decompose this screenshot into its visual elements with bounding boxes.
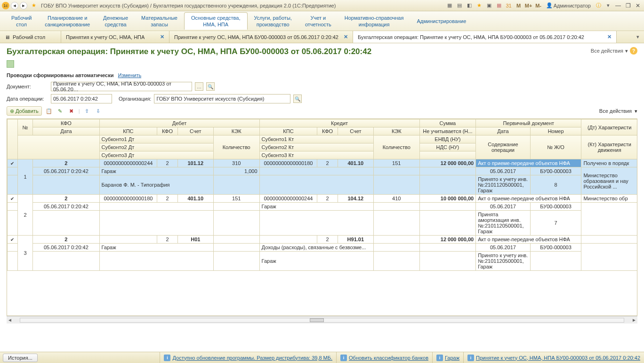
dropdown-icon[interactable]: ▾ bbox=[635, 108, 637, 114]
scroll-left-icon[interactable]: ◄ bbox=[7, 317, 13, 323]
memory-m-button[interactable]: М bbox=[515, 1, 523, 10]
info-icon[interactable]: ⓘ bbox=[594, 1, 603, 10]
maximize-button[interactable]: ❐ bbox=[624, 1, 632, 10]
nav-back-button[interactable]: ◄ bbox=[11, 2, 18, 9]
dropdown-icon[interactable]: ▾ bbox=[625, 48, 628, 54]
tab-3[interactable]: Бухгалтерская операция: Принятие к учету… bbox=[353, 31, 617, 43]
history-button[interactable]: История... bbox=[3, 354, 38, 362]
delete-icon[interactable]: ✖ bbox=[67, 107, 76, 115]
change-link[interactable]: Изменить bbox=[118, 72, 142, 78]
tool-icon-3[interactable]: ◧ bbox=[465, 1, 474, 10]
scroll-track[interactable] bbox=[20, 318, 624, 323]
favorite-icon[interactable]: ★ bbox=[32, 2, 36, 8]
copy-icon[interactable]: 📋 bbox=[45, 107, 53, 115]
info-icon: i bbox=[436, 355, 443, 361]
main-menu: РабочийстолПланирование исанкционировани… bbox=[0, 11, 644, 31]
menu-item-2[interactable]: Денежныесредства bbox=[97, 13, 135, 30]
minimize-button[interactable]: — bbox=[614, 1, 622, 10]
document-tabs: 🖥Рабочий столПринятия к учету ОС, НМА, Н… bbox=[0, 31, 644, 43]
org-label: Организация: bbox=[119, 96, 151, 102]
report-icon[interactable] bbox=[7, 60, 14, 68]
move-up-icon[interactable]: ⇧ bbox=[82, 107, 91, 115]
tool-icon-2[interactable]: ▤ bbox=[455, 1, 464, 10]
table-row[interactable]: 1 2 000000000000002442101.12310 00000000… bbox=[8, 159, 638, 167]
menu-item-8[interactable]: Администрирование bbox=[410, 16, 473, 26]
star-icon[interactable]: ★ bbox=[475, 1, 483, 10]
org-value: ГОБУ ВПО Университет искусств (Субсидия) bbox=[156, 96, 264, 102]
table-row[interactable]: 05.06.2017 0:20:42 Гараж1,000 05.06.2017… bbox=[8, 167, 638, 175]
add-label: Добавить bbox=[16, 108, 39, 114]
status-update-link[interactable]: Доступно обновление программы. Размер ди… bbox=[172, 355, 332, 361]
tab-close-icon[interactable]: ✕ bbox=[607, 34, 612, 40]
grid-toolbar: ⊕ Добавить 📋 ✎ ✖ | ⇧ ⇩ Все действия ▾ bbox=[7, 106, 637, 116]
close-button[interactable]: ✕ bbox=[634, 1, 642, 10]
scroll-thumb[interactable] bbox=[310, 318, 324, 322]
menu-item-5[interactable]: Услуги, работы,производство bbox=[248, 13, 298, 30]
menu-item-1[interactable]: Планирование исанкционирование bbox=[38, 13, 97, 30]
auto-generated-message: Проводки сформированы автоматически Изме… bbox=[7, 72, 637, 78]
info-icon: i bbox=[467, 355, 474, 361]
titlebar: 1c ◄ ► ★ ГОБУ ВПО Университет искусств (… bbox=[0, 0, 644, 11]
app-logo-icon: 1c bbox=[2, 2, 9, 9]
menu-item-7[interactable]: Нормативно-справочнаяинформация bbox=[338, 13, 411, 30]
document-label: Документ: bbox=[7, 84, 48, 89]
status-garage-link[interactable]: Гараж bbox=[445, 355, 459, 361]
table-row[interactable]: 2 2 000000000000001802401.10151 00000000… bbox=[8, 195, 638, 203]
tool-icon-1[interactable]: ▦ bbox=[445, 1, 454, 10]
calendar-icon[interactable]: 31 bbox=[505, 1, 513, 10]
tab-close-icon[interactable]: ✕ bbox=[344, 34, 348, 40]
status-doc-link[interactable]: Принятие к учету ОС, НМА, НПА БУ00-00000… bbox=[476, 355, 640, 361]
memory-mplus-button[interactable]: М+ bbox=[524, 1, 533, 10]
info-icon: i bbox=[340, 355, 347, 361]
tool-icon-5[interactable]: ▣ bbox=[485, 1, 493, 10]
tab-1[interactable]: Принятия к учету ОС, НМА, НПА✕ bbox=[61, 31, 169, 43]
edit-icon[interactable]: ✎ bbox=[56, 107, 64, 115]
help-icon[interactable]: ? bbox=[630, 47, 637, 55]
table-row[interactable]: Гараж Принято к учету инв. №:21011205000… bbox=[8, 252, 638, 271]
memory-mminus-button[interactable]: М- bbox=[534, 1, 543, 10]
date-label: Дата операции: bbox=[7, 96, 48, 102]
document-value: Принятие к учету ОС, НМА, НПА БУ00-00000… bbox=[53, 81, 190, 92]
scroll-right-icon[interactable]: ► bbox=[631, 317, 637, 323]
tabs-expand-button[interactable]: ▾ bbox=[632, 31, 644, 43]
add-button[interactable]: ⊕ Добавить bbox=[7, 106, 42, 116]
user-name: Администратор bbox=[554, 3, 591, 8]
calc-icon[interactable]: ▦ bbox=[495, 1, 503, 10]
postings-grid[interactable]: № КФО Дебет Кредит Сумма Первичный докум… bbox=[7, 118, 637, 316]
menu-item-3[interactable]: Материальныезапасы bbox=[135, 13, 184, 30]
nav-forward-button[interactable]: ► bbox=[20, 2, 27, 9]
tab-label: Рабочий стол bbox=[13, 34, 45, 40]
content-area: Все действия ▾ ? Бухгалтерская операция:… bbox=[0, 43, 644, 352]
org-search-button[interactable]: 🔍 bbox=[293, 95, 302, 103]
date-field[interactable]: 05.06.2017 0:20:42 bbox=[51, 94, 112, 103]
user-icon: 👤 bbox=[546, 2, 553, 8]
window-title: ГОБУ ВПО Университет искусств (Субсидия)… bbox=[41, 3, 445, 8]
org-field[interactable]: ГОБУ ВПО Университет искусств (Субсидия) bbox=[154, 94, 290, 103]
horizontal-scrollbar[interactable]: ◄ ► bbox=[7, 316, 637, 324]
table-row[interactable]: Принята амортизация инв. №:2101120500001… bbox=[8, 211, 638, 236]
move-down-icon[interactable]: ⇩ bbox=[94, 107, 102, 115]
document-field[interactable]: Принятие к учету ОС, НМА, НПА БУ00-00000… bbox=[51, 82, 192, 91]
menu-item-4[interactable]: Основные средства,НМА, НПА bbox=[184, 12, 248, 30]
table-row[interactable]: 05.06.2017 0:20:42 Гараж Доходы (расходы… bbox=[8, 244, 638, 252]
all-actions-2-button[interactable]: Все действия bbox=[599, 108, 632, 114]
tab-0[interactable]: 🖥Рабочий стол bbox=[0, 31, 61, 43]
date-value: 05.06.2017 0:20:42 bbox=[53, 96, 98, 102]
tab-label: Принятие к учету ОС, НМА, НПА БУ00-00000… bbox=[174, 34, 338, 40]
desktop-icon: 🖥 bbox=[5, 34, 10, 40]
table-row[interactable]: Баранов Ф. М. - Типография Принято к уче… bbox=[8, 175, 638, 195]
tab-2[interactable]: Принятие к учету ОС, НМА, НПА БУ00-00000… bbox=[169, 31, 353, 43]
status-bank-link[interactable]: Обновить классификатор банков bbox=[349, 355, 428, 361]
tab-label: Бухгалтерская операция: Принятие к учету… bbox=[358, 34, 584, 40]
user-label[interactable]: 👤 Администратор bbox=[546, 2, 591, 8]
table-row[interactable]: 3 2 2Н01 2Н91.01 12 000 000,00 Акт о при… bbox=[8, 236, 638, 244]
dropdown-icon[interactable]: ▾ bbox=[604, 1, 612, 10]
document-ellipsis-button[interactable]: … bbox=[195, 82, 203, 91]
menu-item-6[interactable]: Учет иотчетность bbox=[298, 13, 338, 30]
page-title: Бухгалтерская операция: Принятие к учету… bbox=[7, 47, 637, 56]
table-row[interactable]: 05.06.2017 0:20:42 Гараж 05.06.2017БУ00-… bbox=[8, 203, 638, 211]
menu-item-0[interactable]: Рабочийстол bbox=[5, 13, 38, 30]
tab-close-icon[interactable]: ✕ bbox=[160, 34, 164, 40]
document-search-button[interactable]: 🔍 bbox=[206, 82, 215, 91]
all-actions-button[interactable]: Все действия bbox=[591, 48, 623, 54]
